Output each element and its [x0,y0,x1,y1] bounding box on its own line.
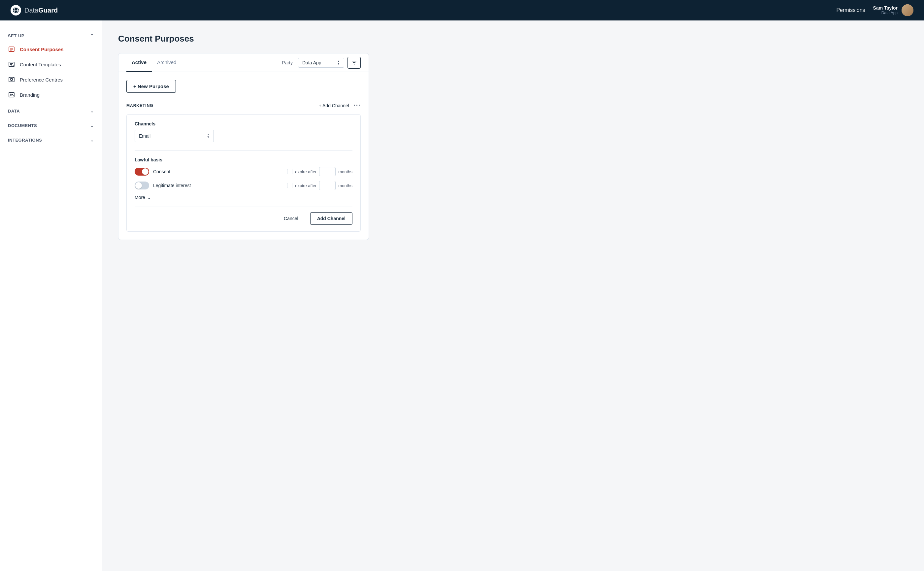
logo-icon [11,5,21,15]
sidebar-section-setup-title: SET UP [8,33,25,38]
footer-divider [135,207,352,207]
sidebar-section-integrations-title: INTEGRATIONS [8,137,42,143]
legitimate-interest-toggle-thumb [135,182,142,189]
sidebar-section-setup: SET UP ⌃ Consent Purposes [0,30,102,102]
sidebar-section-data: DATA ⌄ [0,105,102,117]
layout: SET UP ⌃ Consent Purposes [0,20,924,571]
sidebar-section-integrations-header[interactable]: INTEGRATIONS ⌄ [0,134,102,146]
more-link[interactable]: More ⌄ [135,195,352,200]
section-actions: + Add Channel ··· [319,102,361,109]
channel-select[interactable]: Email ▲ ▼ [135,130,214,142]
consent-months-label: months [338,169,352,174]
legitimate-expire-group: expire after months [287,181,352,190]
marketing-section-header: MARKETING + Add Channel ··· [126,102,361,109]
chevron-down-icon-documents: ⌄ [90,123,94,128]
legitimate-expire-checkbox[interactable] [287,183,292,188]
main-content: Consent Purposes Active Archived Party D… [102,20,924,571]
legitimate-interest-label: Legitimate interest [153,183,287,188]
more-label: More [135,195,145,200]
sidebar-item-consent-purposes[interactable]: Consent Purposes [0,42,102,57]
user-name: Sam Taylor [873,5,898,11]
add-channel-link[interactable]: + Add Channel [319,103,349,108]
consent-purposes-card: Active Archived Party Data App ▲ ▼ [118,53,369,240]
legitimate-interest-row: Legitimate interest expire after months [135,181,352,190]
new-purpose-button[interactable]: + New Purpose [126,80,176,93]
tabs-row: Active Archived Party Data App ▲ ▼ [119,54,369,72]
user-info: Sam Taylor Data App [873,4,913,16]
more-options-button[interactable]: ··· [354,102,361,109]
sidebar-section-data-title: DATA [8,109,20,114]
sidebar-item-branding-label: Branding [20,92,40,98]
chevron-down-icon: ⌄ [147,195,151,200]
branding-icon [8,91,15,98]
consent-row: Consent expire after months [135,167,352,176]
sidebar-section-documents-header[interactable]: DOCUMENTS ⌄ [0,119,102,131]
content-templates-icon [8,61,15,68]
consent-toggle-thumb [142,168,148,175]
user-app: Data App [873,11,898,15]
marketing-label: MARKETING [126,103,153,108]
sidebar-item-preference-centres[interactable]: Preference Centres [0,72,102,87]
chevron-down-icon-data: ⌄ [90,108,94,114]
svg-point-12 [11,79,12,80]
sidebar-item-content-templates-label: Content Templates [20,62,61,67]
channel-config-card: Channels Email ▲ ▼ Lawful basis [126,114,361,232]
party-select-value: Data App [302,60,335,65]
sidebar-item-preference-centres-label: Preference Centres [20,77,63,82]
avatar[interactable] [902,4,913,16]
user-text: Sam Taylor Data App [873,5,898,15]
sidebar-item-content-templates[interactable]: Content Templates [0,57,102,72]
sidebar: SET UP ⌃ Consent Purposes [0,20,102,571]
party-select[interactable]: Data App ▲ ▼ [298,58,344,68]
page-title: Consent Purposes [118,34,908,44]
chevron-up-icon: ⌃ [90,33,94,38]
top-navigation: DataGuard Permissions Sam Taylor Data Ap… [0,0,924,20]
chevron-down-icon-integrations: ⌄ [90,137,94,143]
lawful-basis-title: Lawful basis [135,157,352,162]
permissions-link[interactable]: Permissions [836,7,865,13]
card-body: + New Purpose MARKETING + Add Channel ··… [119,72,369,240]
sidebar-item-consent-purposes-label: Consent Purposes [20,46,64,52]
legitimate-months-label: months [338,183,352,188]
tabs-right: Party Data App ▲ ▼ [282,57,361,69]
cancel-button[interactable]: Cancel [277,212,305,225]
consent-expire-input[interactable] [319,167,336,176]
svg-line-14 [12,77,14,79]
consent-label: Consent [153,169,287,174]
channel-select-arrows: ▲ ▼ [207,133,210,139]
sidebar-item-branding[interactable]: Branding [0,87,102,102]
svg-rect-10 [12,65,13,66]
legitimate-expire-input[interactable] [319,181,336,190]
avatar-image [902,4,913,16]
logo-text: DataGuard [25,6,58,14]
channel-select-value: Email [139,133,151,139]
divider-1 [135,150,352,151]
consent-toggle[interactable] [135,168,149,176]
nav-right: Permissions Sam Taylor Data App [836,4,913,16]
party-select-arrows: ▲ ▼ [337,60,340,65]
consent-expire-text: expire after [295,169,316,174]
consent-expire-checkbox[interactable] [287,169,292,174]
svg-line-13 [9,77,11,79]
tab-archived[interactable]: Archived [152,54,182,72]
tab-active[interactable]: Active [126,54,152,72]
sidebar-section-integrations: INTEGRATIONS ⌄ [0,134,102,146]
sidebar-section-setup-header[interactable]: SET UP ⌃ [0,30,102,42]
channels-label: Channels [135,121,352,127]
preference-centres-icon [8,76,15,83]
legitimate-interest-toggle[interactable] [135,182,149,190]
sidebar-section-documents-title: DOCUMENTS [8,123,37,128]
sidebar-section-documents: DOCUMENTS ⌄ [0,119,102,131]
consent-purposes-icon [8,46,15,53]
logo: DataGuard [11,5,58,15]
sidebar-section-data-header[interactable]: DATA ⌄ [0,105,102,117]
legitimate-expire-text: expire after [295,183,316,188]
card-footer: Cancel Add Channel [135,212,352,225]
filter-button[interactable] [347,57,361,69]
party-label: Party [282,60,293,65]
add-channel-action-button[interactable]: Add Channel [310,212,352,225]
consent-expire-group: expire after months [287,167,352,176]
